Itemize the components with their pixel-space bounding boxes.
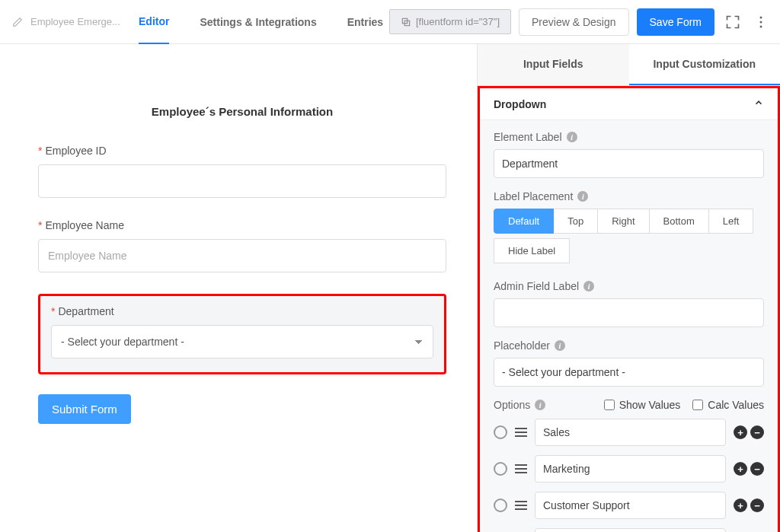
tab-input-customization[interactable]: Input Customization: [629, 44, 781, 85]
option-label-input[interactable]: [535, 492, 726, 519]
employee-name-input[interactable]: [38, 239, 446, 272]
employee-name-label: *Employee Name: [38, 219, 446, 231]
label-placement-group: DefaultTopRightBottomLeftHide Label: [494, 209, 764, 268]
help-icon[interactable]: i: [535, 400, 545, 410]
main-layout: Employee´s Personal Information *Employe…: [0, 44, 780, 532]
department-label: *Department: [51, 305, 433, 317]
option-label-input[interactable]: [535, 528, 726, 532]
chevron-up-icon: [753, 97, 764, 110]
pencil-icon: [9, 14, 26, 30]
option-radio[interactable]: [494, 499, 507, 512]
employee-id-label: *Employee ID: [38, 145, 446, 157]
help-icon[interactable]: i: [555, 340, 565, 351]
placement-bottom[interactable]: Bottom: [649, 209, 709, 234]
drag-handle-icon[interactable]: [515, 428, 527, 437]
copy-icon: [401, 17, 411, 27]
show-values-checkbox[interactable]: Show Values: [604, 399, 681, 411]
label-placement-caption: Label Placement i: [494, 190, 764, 202]
option-label-input[interactable]: [535, 419, 726, 446]
options-list: +−+−+−+−: [494, 419, 764, 532]
fullscreen-icon[interactable]: [722, 11, 743, 33]
tab-input-fields[interactable]: Input Fields: [478, 44, 629, 85]
help-icon[interactable]: i: [577, 191, 588, 202]
remove-option-button[interactable]: −: [750, 462, 764, 476]
options-header: Options i Show Values Calc Values: [494, 399, 764, 411]
sidebar-tabs: Input Fields Input Customization: [478, 44, 780, 86]
placeholder-input[interactable]: [494, 358, 764, 387]
placement-default[interactable]: Default: [494, 209, 554, 234]
form-heading: Employee´s Personal Information: [38, 105, 446, 118]
option-label-input[interactable]: [535, 455, 726, 483]
svg-point-3: [760, 21, 762, 23]
add-option-button[interactable]: +: [734, 462, 747, 476]
remove-option-button[interactable]: −: [750, 499, 764, 512]
admin-field-label-input[interactable]: [494, 298, 764, 327]
option-row: +−: [494, 492, 764, 519]
option-row: +−: [494, 455, 764, 483]
form-title[interactable]: Employee Emerge...: [9, 14, 123, 30]
more-icon[interactable]: [751, 12, 771, 32]
tab-entries[interactable]: Entries: [347, 1, 383, 43]
employee-id-input[interactable]: [38, 164, 446, 198]
accordion-title: Dropdown: [494, 98, 546, 110]
placement-left[interactable]: Left: [708, 209, 754, 234]
nav-tabs: Editor Settings & Integrations Entries: [139, 0, 383, 44]
help-icon[interactable]: i: [567, 132, 577, 142]
add-option-button[interactable]: +: [734, 499, 747, 512]
sidebar-body: Dropdown Element Label i Label Placement…: [478, 86, 780, 532]
option-radio[interactable]: [494, 425, 507, 439]
placement-right[interactable]: Right: [597, 209, 649, 234]
svg-point-4: [760, 25, 762, 27]
field-employee-id[interactable]: *Employee ID: [38, 145, 446, 198]
field-employee-name[interactable]: *Employee Name: [38, 219, 446, 272]
field-department-selected[interactable]: *Department - Select your department -: [38, 294, 446, 374]
shortcode-box[interactable]: [fluentform id="37"]: [389, 9, 511, 34]
remove-option-button[interactable]: −: [750, 425, 764, 439]
save-button[interactable]: Save Form: [637, 8, 714, 36]
preview-button[interactable]: Preview & Design: [519, 8, 629, 36]
drag-handle-icon[interactable]: [515, 501, 527, 510]
calc-values-checkbox[interactable]: Calc Values: [692, 399, 764, 411]
accordion-dropdown[interactable]: Dropdown: [480, 88, 778, 120]
placement-top[interactable]: Top: [553, 209, 598, 234]
form-canvas: Employee´s Personal Information *Employe…: [0, 44, 477, 532]
sidebar: Input Fields Input Customization Dropdow…: [477, 44, 780, 532]
options-caption: Options i: [494, 399, 545, 411]
element-label-caption: Element Label i: [494, 131, 764, 143]
add-option-button[interactable]: +: [734, 425, 747, 439]
tab-editor[interactable]: Editor: [139, 0, 169, 44]
option-row: +−: [494, 419, 764, 446]
placement-hide-label[interactable]: Hide Label: [494, 238, 570, 263]
svg-point-2: [760, 16, 762, 18]
drag-handle-icon[interactable]: [515, 464, 527, 473]
shortcode-text: [fluentform id="37"]: [416, 16, 500, 27]
option-row: +−: [494, 528, 764, 532]
tab-settings[interactable]: Settings & Integrations: [200, 1, 316, 43]
placeholder-caption: Placeholder i: [494, 339, 764, 352]
option-radio[interactable]: [494, 462, 507, 476]
top-header: Employee Emerge... Editor Settings & Int…: [0, 0, 780, 44]
form-title-text: Employee Emerge...: [30, 16, 120, 27]
element-label-input[interactable]: [494, 149, 764, 178]
admin-field-label-caption: Admin Field Label i: [494, 280, 764, 292]
help-icon[interactable]: i: [583, 281, 594, 291]
header-actions: [fluentform id="37"] Preview & Design Sa…: [389, 8, 771, 36]
submit-button[interactable]: Submit Form: [38, 394, 131, 424]
department-select[interactable]: - Select your department -: [51, 325, 433, 358]
sidebar-settings: Element Label i Label Placement i Defaul…: [480, 120, 778, 532]
